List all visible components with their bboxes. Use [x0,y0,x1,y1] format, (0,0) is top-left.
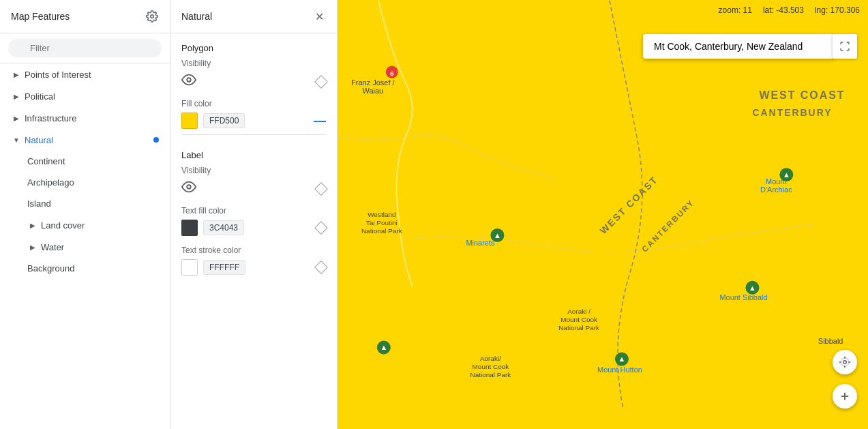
mount-sibbald-icon-glyph: ▲ [749,284,756,292]
zoom-label: zoom: 11 [719,5,752,15]
mount-sibbald-label: Mount Sibbald [719,293,767,301]
mount-hutton-icon-glyph: ▲ [618,355,625,363]
west-coast-label-1: WEST COAST [759,89,845,101]
sidebar-item-background[interactable]: Background [0,258,170,279]
franz-josef-pin-label: 6 [390,70,394,77]
zoom-in-button[interactable] [833,384,857,409]
label-section: Label Visibility Text fill color 3C4043 [181,140,326,276]
sidebar-item-label: Continent [27,156,65,166]
canterbury-label-2: CANTERBURY [640,198,696,254]
mid-panel-header: Natural ✕ [170,0,337,33]
aoraki-label-1: Aoraki / [567,308,590,315]
svg-point-2 [187,185,191,189]
chevron-down-icon: ▼ [11,134,22,145]
polygon-section: Polygon Visibility Fill color FFD500 — [181,33,326,129]
aoraki-2-label-2: Mount Cook [473,363,509,370]
filter-wrap: ≡ [8,39,162,57]
sidebar-item-label: Island [27,198,51,209]
sidebar-item-political[interactable]: ▶ Political [0,85,170,107]
fullscreen-button[interactable] [833,34,857,59]
svg-point-1 [187,78,191,82]
text-stroke-color-row: FFFFFF [181,259,326,276]
sibbald-label: Sibbald [818,337,843,345]
filter-input[interactable] [8,39,162,57]
text-fill-color-value[interactable]: 3C4043 [203,220,244,235]
sidebar-item-label: Water [41,242,64,252]
eye-icon[interactable] [181,179,196,198]
sidebar-item-island[interactable]: Island [0,193,170,214]
mid-panel: Natural ✕ Polygon Visibility Fill color [170,0,338,429]
svg-point-4 [841,358,849,366]
sidebar-item-archipelago[interactable]: Archipelago [0,172,170,193]
label-section-title: Label [181,140,326,166]
left-panel-header: Map Features [0,0,170,33]
canterbury-label-1: CANTERBURY [752,107,832,118]
fill-color-swatch[interactable] [181,113,198,129]
location-button[interactable] [833,350,857,374]
sidebar-item-continent[interactable]: Continent [0,151,170,172]
polygon-section-title: Polygon [181,33,326,59]
sidebar-item-infrastructure[interactable]: ▶ Infrastructure [0,107,170,129]
fill-color-row: FFD500 — [181,113,326,129]
sidebar-item-natural[interactable]: ▼ Natural [0,129,170,151]
diamond-icon[interactable] [314,75,328,89]
mount-hutton-label: Mount Hutton [597,366,642,374]
franz-josef-label-2: Waiau [363,87,384,95]
region-border [610,1,642,409]
map-svg: WEST COAST CANTERBURY WEST COAST CANTERB… [338,0,868,429]
mount-hutton-icon [615,352,629,366]
text-fill-swatch-wrap: 3C4043 [181,220,244,236]
diamond-icon[interactable] [314,261,328,274]
mount-darchiac-label: Mount [766,177,787,186]
mount-darchiac-icon [779,168,793,181]
franz-josef-label: Franz Josef / [351,78,395,87]
polygon-visibility-row [181,72,326,91]
section-divider [181,134,326,135]
aoraki-icon-glyph: ▲ [380,343,387,351]
lng-label: lng: 170.306 [815,5,860,15]
text-stroke-color-swatch[interactable] [181,259,198,276]
aoraki-2-label-3: National Park [470,371,511,379]
sidebar-item-label: Natural [25,135,53,145]
sidebar-item-points-of-interest[interactable]: ▶ Points of Interest [0,63,170,85]
nav-list: ▶ Points of Interest ▶ Political ▶ Infra… [0,63,170,429]
sidebar-item-label: Background [27,263,74,273]
sidebar-item-land-cover[interactable]: ▶ Land cover [0,214,170,236]
west-coast-label-2: WEST COAST [598,174,660,236]
text-fill-color-row: 3C4043 [181,220,326,236]
mid-panel-title: Natural [181,11,212,22]
minarets-icon [490,228,504,242]
fill-color-value[interactable]: FFD500 [203,113,245,128]
filter-bar: ≡ [0,33,170,63]
aoraki-label-2: Mount Cook [560,316,597,323]
sidebar-item-label: Political [25,91,55,102]
text-fill-color-swatch[interactable] [181,220,198,236]
label-visibility-row [181,179,326,198]
fill-color-swatch-wrap: FFD500 [181,113,245,129]
left-panel-title: Map Features [11,11,70,22]
left-panel: Map Features ≡ ▶ Points of Interest ▶ Po… [0,0,170,429]
close-icon[interactable]: ✕ [312,10,326,23]
fill-color-label: Fill color [181,99,326,108]
map-search-box: Mt Cook, Canterbury, New Zealand [643,34,834,59]
settings-icon[interactable] [145,10,159,23]
chevron-right-icon: ▶ [11,69,22,80]
map-topbar: zoom: 11 lat: -43.503 lng: 170.306 [338,0,868,20]
sidebar-item-label: Points of Interest [25,70,91,80]
chevron-right-icon: ▶ [11,91,22,102]
diamond-icon[interactable] [314,182,328,196]
map-area: zoom: 11 lat: -43.503 lng: 170.306 Mt Co… [338,0,868,429]
diamond-icon[interactable] [314,221,328,235]
eye-icon[interactable] [181,72,196,91]
chevron-right-icon: ▶ [27,241,38,252]
polygon-visibility-label: Visibility [181,59,326,68]
active-dot [153,137,159,143]
text-stroke-color-value[interactable]: FFFFFF [203,260,245,275]
chevron-right-icon: ▶ [11,113,22,123]
mid-panel-content: Polygon Visibility Fill color FFD500 — [170,33,337,429]
minarets-icon-glyph: ▲ [494,231,501,239]
map-search-value: Mt Cook, Canterbury, New Zealand [654,41,803,52]
minus-icon[interactable]: — [314,115,326,127]
text-stroke-swatch-wrap: FFFFFF [181,259,245,276]
sidebar-item-water[interactable]: ▶ Water [0,236,170,258]
